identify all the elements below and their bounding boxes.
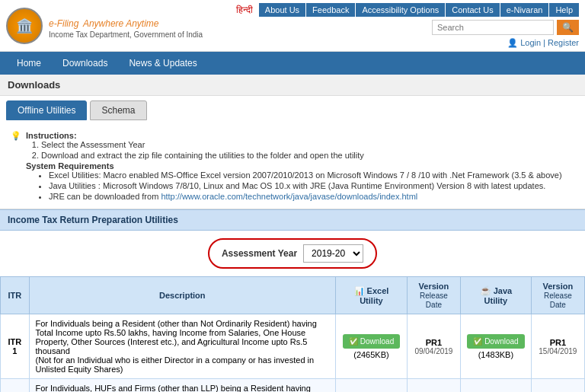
download-icon: ✅	[349, 337, 358, 346]
login-register-link[interactable]: Login | Register	[520, 38, 579, 47]
nav-home[interactable]: Home	[6, 52, 52, 75]
ay-label: Assessment Year	[222, 248, 297, 259]
about-us-link[interactable]: About Us	[259, 3, 306, 17]
tab-offline-utilities[interactable]: Offline Utilities	[6, 100, 87, 120]
download-icon-2: ✅	[473, 337, 482, 346]
tab-schema[interactable]: Schema	[90, 100, 146, 120]
itr-1-description: For Individuals being a Resident (other …	[29, 314, 336, 379]
accessibility-link[interactable]: Accessibility Options	[356, 3, 446, 17]
feedback-link[interactable]: Feedback	[306, 3, 356, 17]
java-icon: ☕	[480, 285, 491, 296]
brand-text: e-Filing	[49, 18, 78, 29]
top-links: About Us Feedback Accessibility Options …	[259, 3, 579, 17]
col-java-utility: ☕ Java Utility	[461, 277, 532, 314]
bulb-icon: 💡	[11, 131, 21, 141]
instruction-step-1: Select the Assessment Year	[41, 140, 562, 149]
brand-name: e-Filing Anywhere Anytime	[49, 13, 203, 30]
logo-area: 🏛️ e-Filing Anywhere Anytime Income Tax …	[6, 8, 203, 44]
itr-4-excel-download-cell: ✅ Download (2141KB)	[336, 379, 408, 393]
itr-4-excel-version-cell: PR1 09/04/2019	[407, 379, 460, 393]
itr-1-java-download-wrap: ✅ Download (1483KB)	[467, 334, 525, 359]
nav-downloads[interactable]: Downloads	[52, 52, 118, 75]
instructions-list: Select the Assessment Year Download and …	[41, 140, 562, 160]
emblem-logo: 🏛️	[6, 8, 43, 44]
excel-icon: 📊	[354, 286, 365, 295]
login-row: 👤 Login | Register	[507, 38, 579, 48]
jre-link-item: JRE can be downloaded from http://www.or…	[49, 192, 562, 201]
itr-1-java-size: (1483KB)	[478, 350, 513, 359]
utility-table: ITR Description 📊 Excel Utility VersionR…	[0, 276, 585, 392]
java-req: Java Utilities : Microsoft Windows 7/8/1…	[49, 181, 562, 190]
instructions-heading: Instructions:	[26, 131, 77, 140]
hindi-link[interactable]: हिन्दी	[236, 5, 253, 15]
top-nav-right: हिन्दी About Us Feedback Accessibility O…	[236, 3, 579, 48]
efiling-title: e-Filing Anywhere Anytime Income Tax Dep…	[49, 13, 203, 39]
system-req-list: Excel Utilities: Macro enabled MS-Office…	[49, 171, 562, 201]
jre-download-link[interactable]: http://www.oracle.com/technetwork/java/j…	[161, 192, 417, 201]
itr-1-excel-download-wrap: ✅ Download (2465KB)	[342, 334, 401, 359]
person-icon: 👤	[507, 38, 520, 47]
ay-dropdown[interactable]: 2019-20 2018-19 2017-18 2016-17	[303, 244, 363, 263]
ay-selector: Assessment Year 2019-20 2018-19 2017-18 …	[0, 231, 585, 276]
itr-1-java-version: PR1	[538, 338, 578, 347]
excel-req: Excel Utilities: Macro enabled MS-Office…	[49, 171, 562, 180]
enivaran-link[interactable]: e-Nivaran	[500, 3, 550, 17]
table-row: ITR 1 For Individuals being a Resident (…	[1, 314, 585, 379]
itr-1-excel-version: PR1	[414, 338, 454, 347]
search-row: 🔍	[432, 20, 579, 35]
itr-1-label: ITR 1	[1, 314, 30, 379]
col-excel-version: VersionRelease Date	[407, 277, 460, 314]
contact-us-link[interactable]: Contact Us	[446, 3, 500, 17]
help-link[interactable]: Help	[549, 3, 579, 17]
search-button[interactable]: 🔍	[557, 20, 579, 35]
ay-oval: Assessment Year 2019-20 2018-19 2017-18 …	[208, 238, 377, 269]
itr-1-java-download-cell: ✅ Download (1483KB)	[461, 314, 532, 379]
itr-1-java-download-button[interactable]: ✅ Download	[467, 334, 524, 349]
brand-tagline: Anywhere Anytime	[83, 18, 159, 29]
col-excel-utility: 📊 Excel Utility	[336, 277, 408, 314]
itr-4-description: For Individuals, HUFs and Firms (other t…	[29, 379, 336, 393]
itr-4-label: ITR 4	[1, 379, 30, 393]
itr-1-excel-download-cell: ✅ Download (2465KB)	[336, 314, 408, 379]
itr-1-java-version-cell: PR1 15/04/2019	[531, 314, 584, 379]
col-description: Description	[29, 277, 336, 314]
itr-1-excel-size: (2465KB)	[353, 350, 388, 359]
tabs-bar: Offline Utilities Schema	[0, 96, 585, 125]
itr-4-java-version-cell: PR1 15/04/2019	[531, 379, 584, 393]
system-req-label: System Requirements	[26, 161, 562, 171]
main-nav: Home Downloads News & Updates	[0, 52, 585, 75]
itr-1-excel-version-cell: PR1 09/04/2019	[407, 314, 460, 379]
table-header-row: ITR Description 📊 Excel Utility VersionR…	[1, 277, 585, 314]
col-itr: ITR	[1, 277, 30, 314]
itr-4-java-download-cell: ✅ Download (1425KB)	[461, 379, 532, 393]
brand-subtitle: Income Tax Department, Government of Ind…	[49, 30, 203, 39]
instructions-panel: 💡 Instructions: Select the Assessment Ye…	[0, 125, 585, 209]
instruction-step-2: Download and extract the zip file contai…	[41, 151, 562, 160]
search-input[interactable]	[432, 20, 554, 35]
itr-section-header: Income Tax Return Preparation Utilities	[0, 209, 585, 231]
itr-1-excel-download-button[interactable]: ✅ Download	[343, 334, 400, 349]
top-header: 🏛️ e-Filing Anywhere Anytime Income Tax …	[0, 0, 585, 52]
page-title: Downloads	[0, 75, 585, 96]
table-row: ITR 4 For Individuals, HUFs and Firms (o…	[1, 379, 585, 393]
itr-1-java-date: 15/04/2019	[538, 347, 578, 355]
col-java-version: VersionRelease Date	[531, 277, 584, 314]
nav-news-updates[interactable]: News & Updates	[118, 52, 207, 75]
itr-1-excel-date: 09/04/2019	[414, 347, 454, 355]
